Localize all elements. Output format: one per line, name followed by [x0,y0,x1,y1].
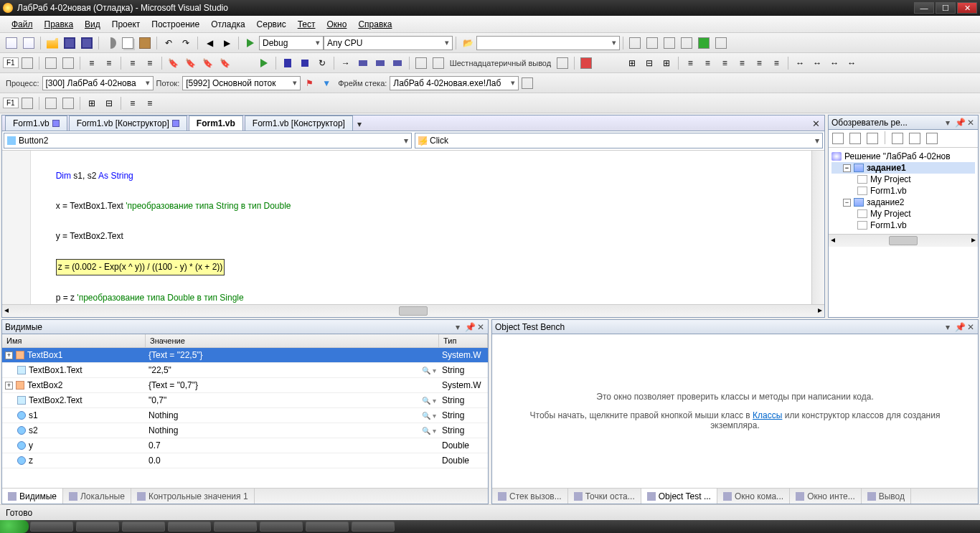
stop-button[interactable] [297,55,313,71]
tree-solution[interactable]: Решение "ЛабРаб 4-02нов [831,151,975,162]
menu-test[interactable]: Тест [292,17,321,32]
bookmark-next-button[interactable]: 🔖 [200,55,216,71]
save-button[interactable] [62,35,77,51]
process-combo[interactable]: [300] ЛабРаб 4-02нова [42,76,154,90]
align-btn-6[interactable]: ≡ [768,55,784,71]
panel-close-icon[interactable]: ✕ [966,322,975,332]
te-btn-7[interactable]: ≡ [142,95,158,111]
btab-callstack[interactable]: Стек вызов... [492,489,568,504]
restart-button[interactable]: ↻ [314,55,330,71]
watch-row[interactable]: +TextBox1{Text = "22,5"}System.W [2,348,488,363]
watch-row[interactable]: s1Nothing🔍String [2,408,488,423]
layout-btn-1[interactable]: ⊞ [624,55,640,71]
magnifier-icon[interactable]: 🔍 [422,397,436,405]
step-into-button[interactable] [355,55,371,71]
task-item[interactable] [214,522,257,532]
btab-command[interactable]: Окно кома... [717,489,790,504]
watch-row[interactable]: s2Nothing🔍String [2,423,488,438]
new-project-button[interactable] [4,35,19,51]
code-editor[interactable]: Dim s1, s2 As String x = TextBox1.Text '… [2,151,824,304]
btab-immediate[interactable]: Окно инте... [790,489,862,504]
solution-tree[interactable]: Решение "ЛабРаб 4-02нов −задание1 My Pro… [829,148,978,234]
te-btn-2[interactable] [43,95,59,111]
hex-btn-c[interactable] [555,55,570,71]
bookmark-clear-button[interactable]: 🔖 [217,55,233,71]
btab-locals[interactable]: Локальные [63,489,131,504]
nav-back-button[interactable]: ◀ [202,35,217,51]
debug-btn-a[interactable] [19,55,35,71]
paste-button[interactable] [137,35,153,51]
debug-btn-b[interactable] [43,55,59,71]
expand-icon[interactable]: + [5,352,13,359]
object-browser-button[interactable] [679,35,694,51]
minimize-button[interactable]: — [914,2,934,14]
maximize-button[interactable]: ☐ [936,2,956,14]
bookmark-prev-button[interactable]: 🔖 [183,55,199,71]
align-btn-2[interactable]: ≡ [699,55,715,71]
hex-btn-a[interactable] [413,55,429,71]
tree-project-2[interactable]: −задание2 [831,197,975,208]
step-out-button[interactable] [390,55,405,71]
collapse-icon[interactable]: − [843,199,851,207]
pause-button[interactable] [280,55,296,71]
se-code-button[interactable] [890,131,905,146]
thread-combo[interactable]: [5992] Основной поток [182,76,301,90]
hex-btn-b[interactable] [430,55,446,71]
menu-file[interactable]: Файл [6,17,39,32]
btab-testbench[interactable]: Object Test ... [641,489,717,504]
panel-close-icon[interactable]: ✕ [476,322,485,332]
code-text[interactable]: Dim s1, s2 As String x = TextBox1.Text '… [31,151,811,304]
panel-dropdown-icon[interactable]: ▾ [943,322,952,332]
indent-button[interactable]: ≡ [101,55,117,71]
breakpoints-button[interactable] [578,55,594,71]
btab-autos[interactable]: Видимые [2,489,63,504]
col-name[interactable]: Имя [2,334,146,347]
layout-btn-3[interactable]: ⊞ [659,55,674,71]
magnifier-icon[interactable]: 🔍 [422,412,436,420]
continue-button[interactable] [256,55,272,71]
col-value[interactable]: Значение [146,334,439,347]
platform-combo[interactable]: Any CPU [324,36,453,50]
thread-marker-icon[interactable]: ▼ [319,75,334,91]
stackframe-combo[interactable]: ЛабРаб 4-02новая.exe!Лаб [390,76,519,90]
tab-form1-vb-1[interactable]: Form1.vb [5,115,67,131]
se-showall-button[interactable] [848,131,862,146]
stackframe-btn[interactable] [519,75,535,91]
watch-grid-body[interactable]: +TextBox1{Text = "22,5"}System.WTextBox1… [2,348,488,488]
solution-explorer-button[interactable] [644,35,660,51]
tab-form1-designer-2[interactable]: Form1.vb [Конструктор] [245,115,353,131]
menu-service[interactable]: Сервис [251,17,292,32]
panel-pin-icon[interactable]: 📌 [955,118,963,128]
btab-breakpoints[interactable]: Точки оста... [568,489,641,504]
magnifier-icon[interactable]: 🔍 [422,367,436,374]
save-all-button[interactable] [79,35,95,51]
align-btn-3[interactable]: ≡ [717,55,732,71]
menu-debug[interactable]: Отладка [205,17,250,32]
space-btn-2[interactable]: ↔ [809,55,825,71]
space-btn-3[interactable]: ↔ [826,55,842,71]
se-properties-button[interactable] [831,131,845,146]
copy-button[interactable] [120,35,136,51]
event-combo[interactable]: ⚡Click [415,133,823,148]
classes-link[interactable]: Классы [753,410,782,420]
tree-form1-1[interactable]: Form1.vb [831,185,975,197]
tree-myproject-1[interactable]: My Project [831,174,975,185]
task-item[interactable] [76,522,119,532]
menu-build[interactable]: Построение [146,17,205,32]
se-refresh-button[interactable] [865,131,880,146]
menu-window[interactable]: Окно [321,17,353,32]
layout-btn-2[interactable]: ⊟ [641,55,657,71]
align-btn-1[interactable]: ≡ [682,55,698,71]
tab-form1-designer-1[interactable]: Form1.vb [Конструктор] [69,115,187,131]
tree-form1-2[interactable]: Form1.vb [831,220,975,231]
redo-button[interactable]: ↷ [178,35,194,51]
start-debug-button[interactable] [242,35,258,51]
tab-close-button[interactable]: ✕ [808,117,824,131]
te-btn-6[interactable]: ≡ [125,95,141,111]
panel-pin-icon[interactable]: 📌 [465,322,473,332]
task-item[interactable] [352,522,395,532]
te-btn-1[interactable] [19,95,35,111]
se-hscroll[interactable]: ◂▸ [829,234,978,247]
panel-dropdown-icon[interactable]: ▾ [943,118,952,128]
config-combo[interactable]: Debug [259,36,324,50]
